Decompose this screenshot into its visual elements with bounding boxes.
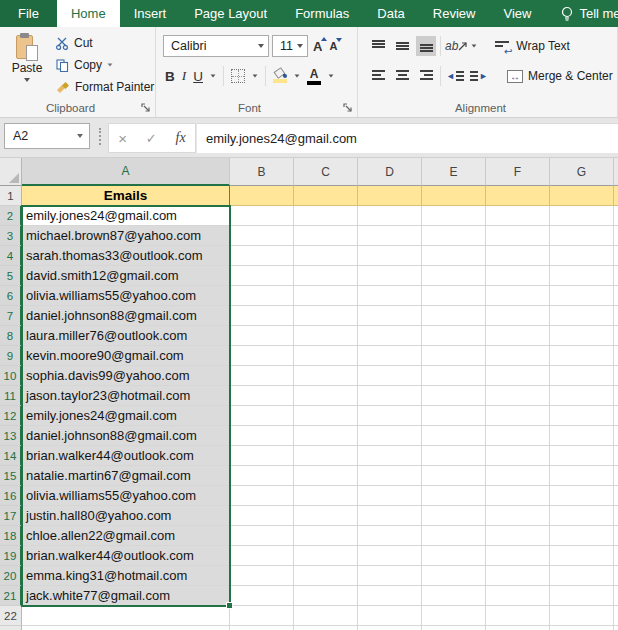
empty-cell[interactable] bbox=[550, 186, 614, 206]
cell-A3[interactable]: michael.brown87@yahoo.com bbox=[22, 226, 230, 246]
empty-cell[interactable] bbox=[422, 626, 486, 630]
empty-cell[interactable] bbox=[230, 486, 294, 506]
row-header-19[interactable]: 19 bbox=[0, 546, 22, 566]
empty-cell[interactable] bbox=[358, 366, 422, 386]
borders-button[interactable] bbox=[231, 69, 245, 83]
empty-cell[interactable] bbox=[230, 466, 294, 486]
empty-cell[interactable] bbox=[550, 586, 614, 606]
paste-button[interactable]: Paste bbox=[3, 31, 51, 97]
empty-cell[interactable] bbox=[358, 566, 422, 586]
cell-A9[interactable]: kevin.moore90@gmail.com bbox=[22, 346, 230, 366]
empty-cell[interactable] bbox=[294, 566, 358, 586]
empty-cell[interactable] bbox=[550, 566, 614, 586]
row-header-11[interactable]: 11 bbox=[0, 386, 22, 406]
tab-view[interactable]: View bbox=[489, 0, 545, 27]
cell-A15[interactable]: natalie.martin67@gmail.com bbox=[22, 466, 230, 486]
empty-cell[interactable] bbox=[358, 326, 422, 346]
empty-cell[interactable] bbox=[358, 306, 422, 326]
cell-A11[interactable]: jason.taylor23@hotmail.com bbox=[22, 386, 230, 406]
insert-function-icon[interactable]: fx bbox=[176, 130, 186, 146]
cell-A10[interactable]: sophia.davis99@yahoo.com bbox=[22, 366, 230, 386]
empty-cell[interactable] bbox=[486, 406, 550, 426]
tab-review[interactable]: Review bbox=[419, 0, 490, 27]
empty-cell[interactable] bbox=[422, 286, 486, 306]
row-header-8[interactable]: 8 bbox=[0, 326, 22, 346]
empty-cell[interactable] bbox=[486, 586, 550, 606]
empty-cell[interactable] bbox=[294, 626, 358, 630]
empty-cell[interactable] bbox=[358, 186, 422, 206]
empty-cell[interactable] bbox=[294, 446, 358, 466]
cell-A5[interactable]: david.smith12@gmail.com bbox=[22, 266, 230, 286]
row-header-12[interactable]: 12 bbox=[0, 406, 22, 426]
empty-cell[interactable] bbox=[294, 366, 358, 386]
empty-cell[interactable] bbox=[230, 506, 294, 526]
empty-cell[interactable] bbox=[486, 546, 550, 566]
empty-cell[interactable] bbox=[294, 466, 358, 486]
column-header-G[interactable]: G bbox=[550, 158, 614, 186]
name-box-caret[interactable] bbox=[77, 134, 83, 138]
orientation-dropdown-caret[interactable] bbox=[472, 44, 477, 47]
empty-cell[interactable] bbox=[550, 446, 614, 466]
cell-A19[interactable]: brian.walker44@outlook.com bbox=[22, 546, 230, 566]
font-dialog-launcher[interactable] bbox=[343, 103, 353, 113]
row-header-18[interactable]: 18 bbox=[0, 526, 22, 546]
empty-cell[interactable] bbox=[230, 526, 294, 546]
empty-cell[interactable] bbox=[230, 186, 294, 206]
paste-dropdown-caret[interactable] bbox=[24, 78, 30, 82]
empty-cell[interactable] bbox=[550, 406, 614, 426]
empty-cell[interactable] bbox=[422, 566, 486, 586]
empty-cell[interactable] bbox=[230, 266, 294, 286]
clipboard-dialog-launcher[interactable] bbox=[141, 103, 151, 113]
row-header-9[interactable]: 9 bbox=[0, 346, 22, 366]
empty-cell[interactable] bbox=[294, 426, 358, 446]
empty-cell[interactable] bbox=[550, 266, 614, 286]
align-right-button[interactable] bbox=[416, 66, 436, 86]
empty-cell[interactable] bbox=[422, 586, 486, 606]
empty-cell[interactable] bbox=[422, 386, 486, 406]
cell-A16[interactable]: olivia.williams55@yahoo.com bbox=[22, 486, 230, 506]
empty-cell[interactable] bbox=[550, 286, 614, 306]
empty-cell[interactable] bbox=[358, 526, 422, 546]
empty-cell[interactable] bbox=[230, 246, 294, 266]
row-header-22[interactable]: 22 bbox=[0, 606, 22, 626]
format-painter-button[interactable]: Format Painter bbox=[56, 77, 154, 97]
empty-cell[interactable] bbox=[294, 266, 358, 286]
enter-icon[interactable]: ✓ bbox=[146, 131, 157, 146]
empty-cell[interactable] bbox=[230, 446, 294, 466]
cancel-icon[interactable]: × bbox=[118, 130, 127, 147]
empty-cell[interactable] bbox=[486, 506, 550, 526]
bottom-align-button[interactable] bbox=[416, 36, 436, 56]
name-box[interactable]: A2 bbox=[4, 123, 90, 149]
empty-cell[interactable] bbox=[422, 546, 486, 566]
row-header-14[interactable]: 14 bbox=[0, 446, 22, 466]
empty-cell[interactable] bbox=[486, 286, 550, 306]
empty-cell[interactable] bbox=[358, 226, 422, 246]
empty-cell[interactable] bbox=[358, 606, 422, 626]
empty-cell[interactable] bbox=[230, 606, 294, 626]
row-header-2[interactable]: 2 bbox=[0, 206, 22, 226]
underline-button[interactable]: U bbox=[193, 69, 203, 84]
empty-cell[interactable] bbox=[486, 386, 550, 406]
orientation-button[interactable]: ab bbox=[445, 39, 467, 53]
cell-A13[interactable]: daniel.johnson88@gmail.com bbox=[22, 426, 230, 446]
tell-me-box[interactable]: Tell me wha bbox=[555, 0, 618, 27]
empty-cell[interactable] bbox=[230, 406, 294, 426]
empty-cell[interactable] bbox=[422, 226, 486, 246]
empty-cell[interactable] bbox=[486, 246, 550, 266]
cell-A22[interactable] bbox=[22, 606, 230, 626]
empty-cell[interactable] bbox=[550, 206, 614, 226]
row-header-13[interactable]: 13 bbox=[0, 426, 22, 446]
empty-cell[interactable] bbox=[230, 226, 294, 246]
empty-cell[interactable] bbox=[422, 486, 486, 506]
empty-cell[interactable] bbox=[486, 566, 550, 586]
cell-A22[interactable] bbox=[22, 626, 230, 630]
empty-cell[interactable] bbox=[486, 366, 550, 386]
empty-cell[interactable] bbox=[550, 306, 614, 326]
empty-cell[interactable] bbox=[422, 366, 486, 386]
fill-color-button[interactable] bbox=[273, 69, 287, 83]
row-header-4[interactable]: 4 bbox=[0, 246, 22, 266]
empty-cell[interactable] bbox=[550, 486, 614, 506]
row-header-5[interactable]: 5 bbox=[0, 266, 22, 286]
empty-cell[interactable] bbox=[550, 506, 614, 526]
empty-cell[interactable] bbox=[294, 206, 358, 226]
